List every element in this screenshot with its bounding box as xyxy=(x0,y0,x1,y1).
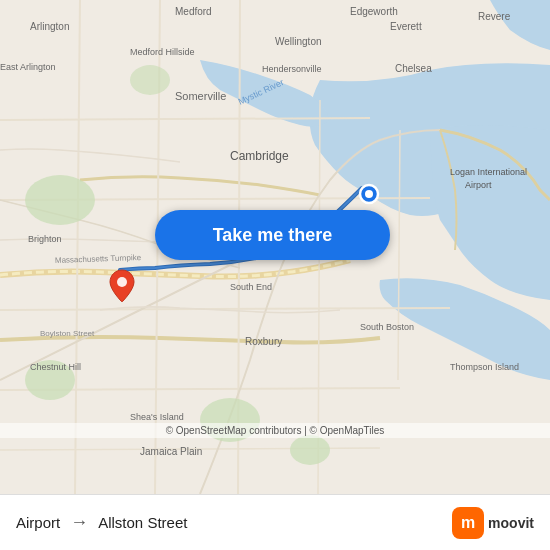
svg-text:Roxbury: Roxbury xyxy=(245,336,282,347)
take-me-there-button[interactable]: Take me there xyxy=(155,210,390,260)
map-attribution: © OpenStreetMap contributors | © OpenMap… xyxy=(0,423,550,438)
svg-text:Medford Hillside: Medford Hillside xyxy=(130,47,195,57)
svg-text:Thompson Island: Thompson Island xyxy=(450,362,519,372)
svg-text:Logan International: Logan International xyxy=(450,167,527,177)
footer-arrow: → xyxy=(70,512,88,533)
svg-text:Jamaica Plain: Jamaica Plain xyxy=(140,446,202,457)
svg-point-44 xyxy=(117,277,127,287)
svg-text:South Boston: South Boston xyxy=(360,322,414,332)
map-container: Arlington Medford Edgeworth Medford Hill… xyxy=(0,0,550,494)
footer-route: Airport → Allston Street xyxy=(16,512,187,533)
svg-text:Wellington: Wellington xyxy=(275,36,322,47)
svg-text:Cambridge: Cambridge xyxy=(230,149,289,163)
svg-text:Hendersonville: Hendersonville xyxy=(262,64,322,74)
svg-text:South End: South End xyxy=(230,282,272,292)
footer: Airport → Allston Street m moovit xyxy=(0,494,550,550)
svg-point-14 xyxy=(290,435,330,465)
svg-point-43 xyxy=(365,190,373,198)
button-label: Take me there xyxy=(213,225,333,246)
svg-text:Everett: Everett xyxy=(390,21,422,32)
svg-text:Somerville: Somerville xyxy=(175,90,226,102)
destination-marker xyxy=(358,183,380,209)
svg-text:Chestnut Hill: Chestnut Hill xyxy=(30,362,81,372)
footer-to: Allston Street xyxy=(98,514,187,531)
origin-marker xyxy=(108,268,136,308)
moovit-icon: m xyxy=(452,507,484,539)
footer-from: Airport xyxy=(16,514,60,531)
svg-text:Edgeworth: Edgeworth xyxy=(350,6,398,17)
svg-point-15 xyxy=(130,65,170,95)
svg-text:Brighton: Brighton xyxy=(28,234,62,244)
moovit-text: moovit xyxy=(488,515,534,531)
svg-text:Chelsea: Chelsea xyxy=(395,63,432,74)
svg-text:Airport: Airport xyxy=(465,180,492,190)
svg-text:Medford: Medford xyxy=(175,6,212,17)
svg-point-11 xyxy=(25,175,95,225)
svg-text:Arlington: Arlington xyxy=(30,21,69,32)
moovit-logo: m moovit xyxy=(452,507,534,539)
svg-text:Boylston Street: Boylston Street xyxy=(40,329,95,338)
svg-text:East Arlington: East Arlington xyxy=(0,62,56,72)
svg-text:Shea's Island: Shea's Island xyxy=(130,412,184,422)
svg-text:Revere: Revere xyxy=(478,11,511,22)
